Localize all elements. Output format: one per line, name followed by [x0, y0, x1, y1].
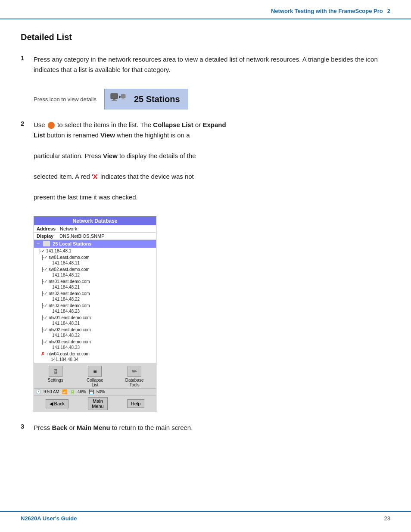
help-button[interactable]: Help: [127, 399, 145, 408]
header-title: Network Testing with the FrameScope Pro: [271, 8, 383, 14]
entry: sw01.east.demo.com 141.184.48.11: [49, 255, 90, 266]
svg-rect-5: [122, 98, 124, 99]
db-nav-bar: ◀ Back MainMenu Help: [34, 395, 156, 412]
db-status-bar: 🕐 9:50 AM 📶 🔋 46% 💾 50%: [34, 388, 156, 395]
battery-text: 46%: [78, 389, 86, 394]
db-address-label: Address: [34, 225, 58, 232]
entry: ntw03.east.demo.com 141.184.48.33: [49, 339, 91, 350]
db-title-bar: Network Database: [34, 217, 156, 225]
db-screenshot: Network Database Address Network Display…: [34, 216, 156, 412]
svg-rect-4: [121, 94, 125, 98]
svg-rect-0: [111, 93, 118, 99]
red-x-bold: X: [93, 173, 97, 180]
step-1-number: 1: [21, 54, 29, 62]
list-item: ✗ ntw04.east.demo.com 141.184.48.34: [34, 351, 156, 363]
entry: nts02.east.demo.com 141.184.48.22: [49, 291, 90, 302]
minus-icon: −: [37, 241, 40, 247]
db-address-value: Network: [58, 225, 79, 232]
svg-rect-2: [112, 100, 117, 101]
red-x-icon: ✗: [41, 351, 46, 357]
entry: nts03.east.demo.com 141.184.48.23: [49, 303, 90, 314]
battery-icon: 🔋: [70, 389, 75, 394]
page-footer: N2620A User's Guide 23: [0, 511, 411, 522]
db-entry-list: ├✓ 141.184.48.1 ├✓ sw01.east.demo.com 14…: [34, 248, 156, 363]
db-address-row: Address Network: [34, 225, 156, 233]
database-tools-icon: ✏: [128, 366, 141, 377]
stations-count: 25 Stations: [134, 94, 180, 104]
list-item: ├✓ nts02.east.demo.com 141.184.48.22: [34, 290, 156, 302]
content-area: Detailed List 1 Press any category in th…: [0, 19, 411, 460]
clock-icon: 🕐: [36, 389, 41, 394]
collapse-icon: ≡: [88, 366, 102, 377]
list-item: ├✓ 141.184.48.1: [34, 248, 156, 254]
stations-box: 25 Stations: [104, 89, 188, 109]
db-display-label: Display: [34, 233, 58, 240]
station-screen-icon: [110, 93, 126, 106]
database-tools-btn[interactable]: ✏ DatabaseTools: [124, 366, 145, 387]
expand-list-bold: Expand: [202, 121, 226, 128]
step-1: 1 Press any category in the network reso…: [21, 54, 390, 75]
time-text: 9:50 AM: [44, 389, 59, 394]
list-item: ├✓ sw02.east.demo.com 141.184.48.12: [34, 266, 156, 278]
collapse-list-btn[interactable]: ≡ CollapseList: [84, 366, 106, 387]
step-3: 3 Press Back or Main Menu to return to t…: [21, 423, 390, 433]
main-menu-bold: Main Menu: [77, 424, 110, 431]
stations-illustration: Press icon to view details 25 Stations: [34, 89, 390, 109]
back-bold: Back: [52, 424, 68, 431]
view-bold: View: [100, 131, 115, 139]
entry: ntw02.east.demo.com 141.184.48.32: [49, 327, 91, 338]
list-item: ├✓ sw01.east.demo.com 141.184.48.11: [34, 254, 156, 266]
press-icon-label: Press icon to view details: [34, 96, 97, 103]
check-icon: ├✓: [41, 339, 47, 345]
check-icon: ├✓: [38, 248, 45, 254]
storage-icon: 💾: [89, 389, 94, 394]
database-tools-label: DatabaseTools: [125, 378, 144, 387]
db-stations-label: 25 Local Stations: [53, 241, 91, 246]
db-stations-row: − 25 Local Stations: [34, 240, 156, 248]
collapse-list-bold: Collapse List: [153, 121, 193, 128]
footer-left: N2620A User's Guide: [21, 515, 77, 522]
db-bottom-bar: 🖥 Settings ≡ CollapseList ✏ DatabaseTool…: [34, 363, 156, 388]
station-icons: [110, 93, 126, 106]
section-title: Detailed List: [21, 32, 390, 42]
check-icon: ├✓: [41, 255, 47, 260]
stations-screen-icon: [43, 241, 50, 246]
header-title-text: Network Testing with the FrameScope Pro: [271, 8, 383, 14]
step-3-number: 3: [21, 423, 29, 430]
settings-label: Settings: [48, 378, 63, 383]
db-display-row: Display DNS,NetBIOS,SNMP: [34, 233, 156, 240]
step-2: 2 Use to select the items in the list. T…: [21, 120, 390, 202]
entry: nts01.east.demo.com 141.184.48.21: [49, 279, 90, 290]
header-chapter: 2: [387, 8, 390, 14]
check-icon: ├✓: [41, 303, 47, 308]
nav-icon: [48, 122, 55, 129]
storage-text: 50%: [97, 389, 105, 394]
db-title-text: Network Database: [72, 218, 117, 224]
list-item: ├✓ ntw02.east.demo.com 141.184.48.32: [34, 327, 156, 339]
main-menu-button[interactable]: MainMenu: [88, 397, 108, 410]
signal-icon: 📶: [62, 389, 67, 394]
entry: ntw01.east.demo.com 141.184.48.31: [49, 315, 91, 326]
list-item: ├✓ nts03.east.demo.com 141.184.48.23: [34, 302, 156, 314]
list-item: ├✓ ntw01.east.demo.com 141.184.48.31: [34, 314, 156, 327]
step-1-text: Press any category in the network resour…: [34, 54, 390, 75]
settings-icon: 🖥: [49, 366, 62, 377]
check-icon: ├✓: [41, 291, 47, 296]
view-bold2: View: [103, 152, 118, 159]
entry: 141.184.48.1: [46, 248, 71, 254]
settings-btn[interactable]: 🖥 Settings: [45, 366, 66, 387]
entry: sw02.east.demo.com 141.184.48.12: [49, 267, 90, 278]
footer-right: 23: [384, 515, 390, 522]
collapse-label: CollapseList: [87, 378, 103, 387]
back-button[interactable]: ◀ Back: [46, 399, 69, 408]
svg-marker-3: [119, 96, 121, 98]
step-2-text: Use to select the items in the list. The…: [34, 120, 390, 202]
expand-list-bold2: List: [34, 131, 45, 139]
svg-rect-1: [113, 99, 115, 100]
svg-rect-6: [121, 99, 125, 100]
list-item: ├✓ nts01.east.demo.com 141.184.48.21: [34, 278, 156, 290]
entry: ntw04.east.demo.com 141.184.48.34: [47, 351, 90, 362]
db-display-value: DNS,NetBIOS,SNMP: [58, 233, 106, 240]
check-icon: ├✓: [41, 279, 47, 284]
page-header: Network Testing with the FrameScope Pro …: [0, 0, 411, 19]
